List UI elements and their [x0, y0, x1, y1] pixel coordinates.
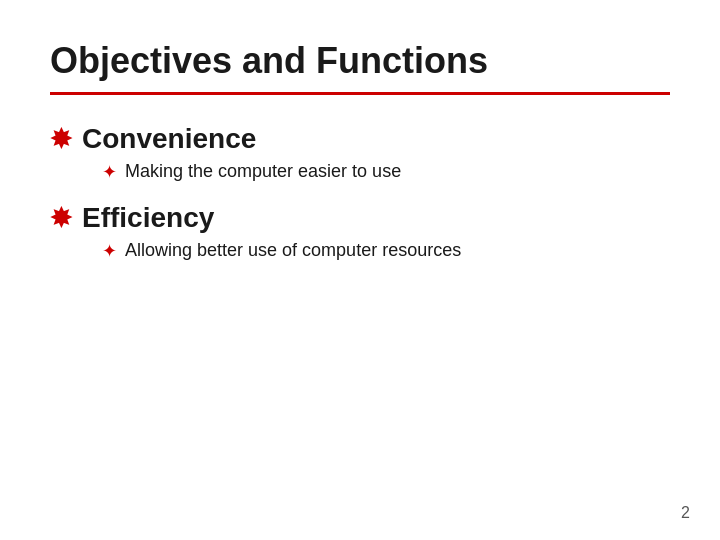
allowing-icon: ✦	[102, 242, 117, 260]
making-text: Making the computer easier to use	[125, 161, 401, 182]
slide-number: 2	[681, 504, 690, 522]
title-divider	[50, 92, 670, 95]
sub-item-allowing: ✦ Allowing better use of computer resour…	[102, 240, 670, 261]
bullet-main-efficiency: ✸ Efficiency	[50, 202, 670, 234]
efficiency-icon: ✸	[50, 205, 72, 231]
slide-title: Objectives and Functions	[50, 40, 670, 82]
bullet-main-convenience: ✸ Convenience	[50, 123, 670, 155]
convenience-label: Convenience	[82, 123, 256, 155]
slide: Objectives and Functions ✸ Convenience ✦…	[0, 0, 720, 540]
convenience-icon: ✸	[50, 126, 72, 152]
sub-item-making: ✦ Making the computer easier to use	[102, 161, 670, 182]
making-icon: ✦	[102, 163, 117, 181]
efficiency-label: Efficiency	[82, 202, 214, 234]
allowing-text: Allowing better use of computer resource…	[125, 240, 461, 261]
